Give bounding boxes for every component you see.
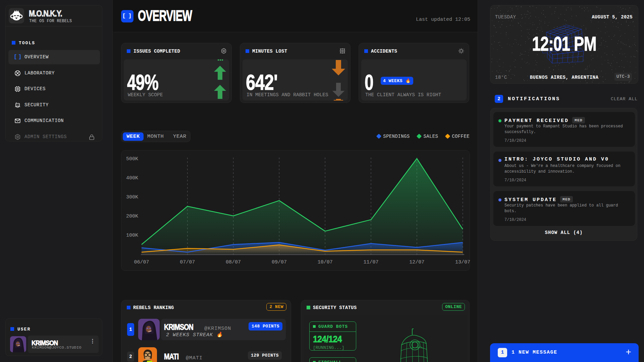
svg-text:100K: 100K [126, 233, 138, 238]
svg-text:07/07: 07/07 [180, 259, 195, 265]
svg-text:200K: 200K [126, 214, 138, 219]
svg-text:300K: 300K [126, 194, 138, 200]
svg-text:12/07: 12/07 [409, 259, 424, 265]
svg-text:09/07: 09/07 [272, 259, 287, 265]
svg-text:13/07: 13/07 [455, 259, 470, 265]
svg-text:06/07: 06/07 [134, 259, 149, 265]
svg-text:500K: 500K [126, 156, 138, 162]
svg-text:400K: 400K [126, 175, 138, 181]
svg-text:08/07: 08/07 [226, 259, 241, 265]
svg-text:11/07: 11/07 [363, 259, 378, 265]
svg-text:10/07: 10/07 [318, 259, 333, 265]
